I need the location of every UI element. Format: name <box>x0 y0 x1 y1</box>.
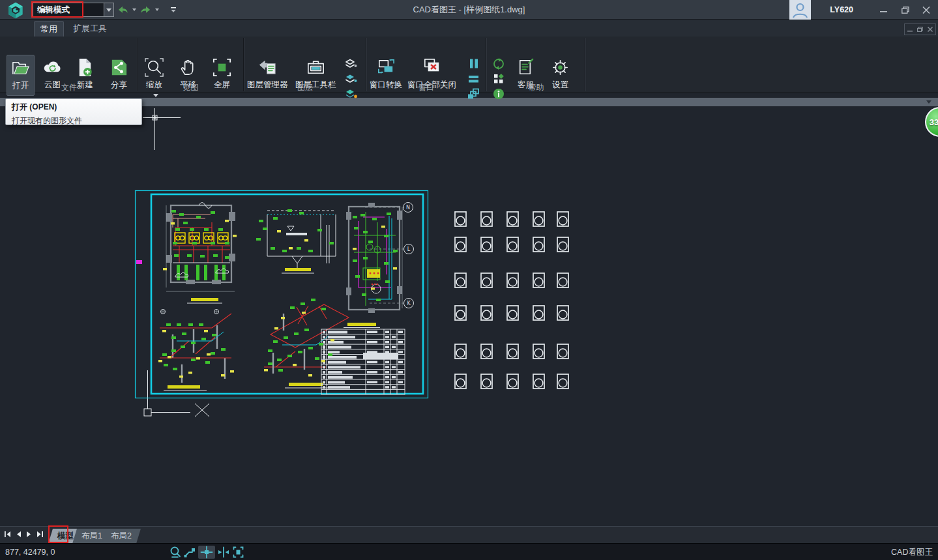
zoom-dropdown-caret[interactable] <box>153 94 158 97</box>
fixture-symbol <box>507 374 518 389</box>
fixture-symbol <box>533 212 544 226</box>
fixture-symbol <box>455 237 466 252</box>
group-caption-layer: 图层 <box>244 82 366 93</box>
undo-dropdown-caret[interactable] <box>132 8 136 11</box>
sheet-tab-bar: 模型 布局1 布局2 <box>0 526 938 543</box>
fixture-symbol <box>533 344 544 359</box>
ribbon-group-view: 缩放 平移 全屏 览图 <box>138 37 243 93</box>
fixture-symbol <box>507 212 518 226</box>
fixture-symbol <box>481 344 492 359</box>
share-icon <box>108 57 130 78</box>
ribbon-group-window: 窗口转换 窗口全部关闭 <box>367 37 486 93</box>
sheet-tab-layout2[interactable]: 布局2 <box>102 529 141 544</box>
tile-vertical-icon[interactable] <box>466 57 480 70</box>
ribbon-body: 打开 云图 新建 <box>0 37 938 93</box>
view-schedule-table <box>321 323 405 394</box>
next-sheet-icon[interactable] <box>26 531 32 538</box>
fixture-symbol <box>557 273 568 287</box>
restore-button[interactable] <box>895 0 916 20</box>
fixture-symbol <box>533 306 544 320</box>
crosshair-cursor <box>143 108 181 150</box>
fixture-symbol <box>507 344 518 359</box>
tab-common[interactable]: 常用 <box>34 21 64 37</box>
fixture-symbol <box>481 237 492 252</box>
redo-dropdown-caret[interactable] <box>155 8 159 11</box>
pan-hand-icon <box>177 57 199 78</box>
fixture-symbol <box>481 212 492 226</box>
layer-mini-buttons <box>344 57 358 100</box>
last-sheet-icon[interactable] <box>37 531 44 538</box>
tooltip-description: 打开现有的图形文件 <box>12 115 136 126</box>
username: LY620 <box>830 0 853 20</box>
fixture-symbol <box>481 306 492 320</box>
document-window-controls <box>904 23 936 35</box>
fixture-symbol <box>455 212 466 226</box>
ribbon-group-file: 打开 云图 新建 <box>1 37 137 93</box>
layer-toolbar-icon <box>305 57 327 78</box>
fixture-symbol <box>533 237 544 252</box>
fixture-symbol <box>557 237 568 252</box>
layer-on-icon[interactable] <box>344 57 358 70</box>
fixture-symbol <box>557 374 568 389</box>
group-caption-view: 览图 <box>138 82 243 93</box>
fixture-symbol <box>481 374 492 389</box>
fixture-symbol <box>507 237 518 252</box>
status-osnap-icon[interactable] <box>198 546 215 559</box>
minimize-button[interactable] <box>873 0 894 20</box>
fullscreen-icon <box>211 57 233 78</box>
ribbon: 常用 扩展工具 打开 <box>0 20 938 93</box>
fixture-symbol <box>455 374 466 389</box>
customize-toolbar-icon[interactable] <box>169 5 177 14</box>
doc-close-icon[interactable] <box>928 27 933 32</box>
update-sync-icon[interactable] <box>491 57 506 70</box>
svg-text:K: K <box>407 301 411 306</box>
ribbon-group-layer: 图层管理器 图层工具栏 <box>244 37 366 93</box>
ribbon-group-help: 客服 设置 帮助 <box>488 37 585 93</box>
fixture-symbol <box>557 306 568 320</box>
fixture-symbol <box>481 273 492 287</box>
status-polyline-icon[interactable] <box>184 548 196 557</box>
status-snap-width-icon[interactable] <box>218 548 229 557</box>
fixture-symbol <box>455 273 466 287</box>
fixture-symbol <box>557 344 568 359</box>
redo-icon[interactable] <box>140 4 151 16</box>
avatar-icon <box>789 0 811 20</box>
group-caption-file: 文件 <box>1 82 137 93</box>
help-mini-buttons <box>491 57 506 100</box>
zoom-icon <box>143 57 165 78</box>
fixture-symbol <box>507 306 518 320</box>
drawing-sheet: N L K <box>136 191 428 398</box>
drawing-canvas[interactable]: .cyb { stroke:#12cfe6; fill:none; } .wl … <box>0 93 938 526</box>
new-file-icon <box>74 57 96 78</box>
fixture-symbol <box>533 273 544 287</box>
titlebar: 编辑模式 CAD看图王 - [样例图纸1.dwg] LY620 <box>0 0 938 20</box>
app-logo-icon <box>5 1 27 20</box>
fixture-symbol <box>557 212 568 226</box>
prev-sheet-icon[interactable] <box>16 531 22 538</box>
mode-select-value: 编辑模式 <box>33 5 104 16</box>
fixture-grid <box>455 212 568 389</box>
settings-gear-icon <box>550 57 571 78</box>
mode-select[interactable]: 编辑模式 <box>33 3 114 17</box>
cad-drawing: .cyb { stroke:#12cfe6; fill:none; } .wl … <box>0 93 938 526</box>
mode-select-arrow[interactable] <box>104 3 113 16</box>
ribbon-tab-strip: 常用 扩展工具 <box>0 20 938 37</box>
undo-icon[interactable] <box>117 4 128 16</box>
sheet-nav <box>4 531 44 538</box>
status-viewport-icon[interactable] <box>234 548 243 557</box>
window-switch-icon <box>375 57 397 78</box>
doc-minimize-icon[interactable] <box>907 27 913 32</box>
svg-text:N: N <box>406 205 410 211</box>
user-avatar[interactable] <box>789 0 811 20</box>
close-button[interactable] <box>916 0 937 20</box>
doc-restore-icon[interactable] <box>917 27 923 32</box>
window-mini-buttons <box>466 57 480 100</box>
open-folder-icon <box>10 57 31 79</box>
tab-extended-tools[interactable]: 扩展工具 <box>69 21 111 37</box>
group-caption-help: 帮助 <box>488 82 585 93</box>
status-toggles <box>169 546 244 559</box>
first-sheet-icon[interactable] <box>4 531 11 538</box>
statusbar-brand: CAD看图王 <box>891 544 933 560</box>
status-zoom-icon[interactable] <box>171 548 181 557</box>
svg-text:L: L <box>407 246 411 252</box>
